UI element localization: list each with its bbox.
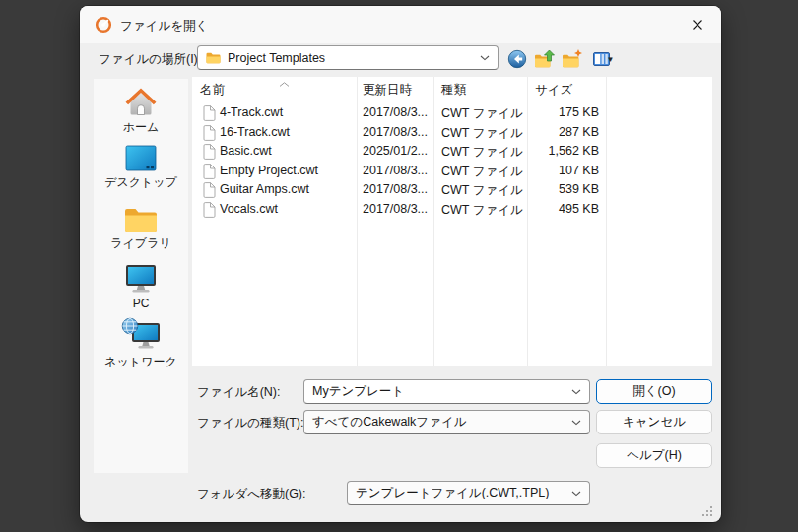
place-item-pc[interactable]: PC	[94, 264, 188, 310]
open-file-dialog: ファイルを開く ファイルの場所(I): Project Templates	[80, 6, 721, 522]
place-label: ネットワーク	[104, 354, 176, 370]
help-button[interactable]: ヘルプ(H)	[596, 443, 712, 468]
column-header-name[interactable]: 名前	[200, 82, 225, 99]
file-name-label: ファイル名(N):	[197, 384, 281, 401]
chevron-down-icon	[571, 420, 581, 426]
file-type-value: すべてのCakewalkファイル	[312, 414, 467, 431]
go-to-folder-value: テンプレートファイル(.CWT,.TPL)	[356, 485, 549, 501]
pc-icon	[124, 264, 158, 294]
location-value: Project Templates	[228, 51, 325, 65]
chevron-down-icon	[480, 55, 490, 61]
file-list: 名前 更新日時 種類 サイズ 4-Track.cwt 2017/08/3... …	[192, 77, 712, 366]
place-label: デスクトップ	[104, 174, 177, 191]
chevron-down-icon	[571, 389, 581, 395]
file-icon	[203, 182, 216, 198]
column-header-type[interactable]: 種類	[441, 82, 466, 99]
desktop-icon	[125, 145, 157, 171]
go-to-folder-label: フォルダへ移動(G):	[197, 486, 306, 502]
file-icon	[203, 164, 216, 179]
open-button[interactable]: 開く(O)	[596, 379, 712, 404]
up-one-level-icon[interactable]	[533, 48, 557, 70]
file-type-label: ファイルの種類(T):	[197, 415, 303, 432]
back-icon[interactable]	[505, 48, 529, 70]
file-icon	[203, 125, 216, 141]
file-icon	[203, 202, 216, 218]
location-label: ファイルの場所(I):	[99, 51, 201, 68]
file-row[interactable]: 4-Track.cwt 2017/08/3... CWT ファイル 175 KB	[192, 103, 712, 123]
column-header-size[interactable]: サイズ	[535, 82, 572, 99]
sort-ascending-icon	[279, 82, 290, 87]
resize-grip[interactable]	[700, 504, 714, 518]
view-menu-icon[interactable]: ▾	[588, 48, 618, 70]
file-icon	[203, 105, 216, 121]
place-label: PC	[133, 297, 150, 310]
file-row[interactable]: Empty Project.cwt 2017/08/3... CWT ファイル …	[192, 162, 712, 181]
file-name-value: Myテンプレート	[312, 383, 404, 400]
file-icon	[203, 144, 216, 160]
view-menu-dropdown-arrow: ▾	[608, 54, 613, 64]
location-combobox[interactable]: Project Templates	[197, 45, 499, 70]
place-item-desktop[interactable]: デスクトップ	[94, 145, 188, 191]
cakewalk-logo-icon	[95, 16, 112, 33]
file-row[interactable]: Basic.cwt 2025/01/2... CWT ファイル 1,562 KB	[192, 142, 712, 162]
close-button[interactable]	[679, 11, 716, 38]
file-row[interactable]: Guitar Amps.cwt 2017/08/3... CWT ファイル 53…	[192, 180, 712, 200]
library-folder-icon	[124, 207, 158, 233]
file-name-combobox[interactable]: Myテンプレート	[303, 379, 590, 404]
network-icon	[121, 317, 161, 351]
dialog-title: ファイルを開く	[120, 18, 208, 34]
column-header-modified[interactable]: 更新日時	[363, 82, 412, 99]
chevron-down-icon	[571, 491, 581, 497]
new-folder-icon[interactable]	[561, 48, 584, 70]
place-item-home[interactable]: ホーム	[94, 87, 188, 136]
home-icon	[124, 87, 158, 116]
place-label: ライブラリ	[110, 235, 170, 252]
file-row[interactable]: Vocals.cwt 2017/08/3... CWT ファイル 495 KB	[192, 200, 712, 220]
place-item-library[interactable]: ライブラリ	[94, 207, 188, 252]
go-to-folder-combobox[interactable]: テンプレートファイル(.CWT,.TPL)	[347, 481, 590, 505]
place-item-network[interactable]: ネットワーク	[94, 317, 188, 370]
place-label: ホーム	[123, 119, 160, 136]
places-bar: ホーム デスクトップ ライブラリ	[94, 79, 188, 473]
cancel-button[interactable]: キャンセル	[596, 410, 712, 434]
file-row[interactable]: 16-Track.cwt 2017/08/3... CWT ファイル 287 K…	[192, 123, 712, 143]
titlebar: ファイルを開く	[80, 6, 721, 43]
folder-icon	[206, 52, 221, 64]
file-type-combobox[interactable]: すべてのCakewalkファイル	[303, 410, 590, 434]
list-header: 名前 更新日時 種類 サイズ	[192, 77, 712, 101]
